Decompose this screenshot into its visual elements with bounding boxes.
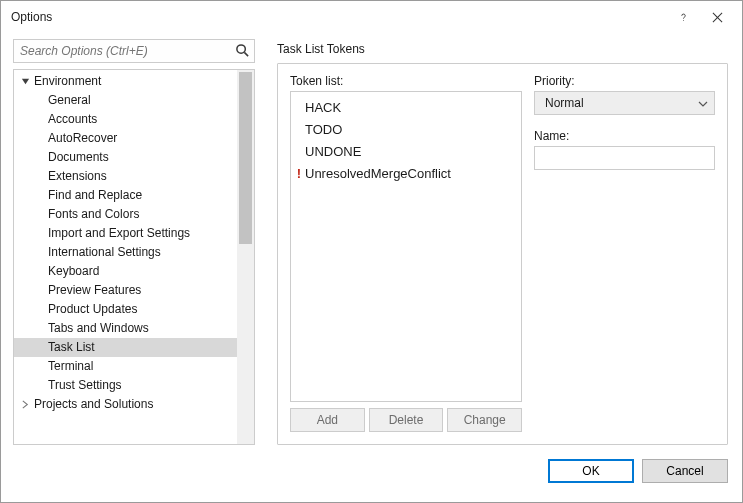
tree-group-label: Projects and Solutions [34,395,153,414]
close-button[interactable] [700,5,734,29]
scrollbar-thumb[interactable] [239,72,252,244]
cancel-button[interactable]: Cancel [642,459,728,483]
tree-item[interactable]: General [14,91,237,110]
tree-item[interactable]: Documents [14,148,237,167]
search-icon [235,43,250,58]
delete-button[interactable]: Delete [369,408,444,432]
help-button[interactable] [666,5,700,29]
token-item[interactable]: HACK [291,96,521,118]
add-button[interactable]: Add [290,408,365,432]
tree-item[interactable]: Task List [14,338,237,357]
scrollbar-track[interactable] [237,70,254,444]
priority-label: Priority: [534,74,715,88]
token-list[interactable]: HACKTODOUNDONE!UnresolvedMergeConflict [290,91,522,402]
name-label: Name: [534,129,715,143]
token-label: TODO [305,122,342,137]
change-button[interactable]: Change [447,408,522,432]
token-label: UnresolvedMergeConflict [305,166,451,181]
name-input[interactable] [534,146,715,170]
priority-icon: ! [293,166,305,181]
collapsed-icon [18,398,32,412]
tree-group[interactable]: Projects and Solutions [14,395,237,414]
tree-group[interactable]: Environment [14,72,237,91]
token-item[interactable]: UNDONE [291,140,521,162]
options-tree: EnvironmentGeneralAccountsAutoRecoverDoc… [13,69,255,445]
main-panel: Task List Tokens Token list: HACKTODOUND… [255,39,728,445]
tree-group-label: Environment [34,72,101,91]
chevron-down-icon [698,99,708,109]
tree-item[interactable]: Extensions [14,167,237,186]
tree-item[interactable]: Accounts [14,110,237,129]
window-title: Options [11,10,52,24]
tree-item[interactable]: Preview Features [14,281,237,300]
priority-value: Normal [545,96,584,110]
token-label: UNDONE [305,144,361,159]
sidebar: EnvironmentGeneralAccountsAutoRecoverDoc… [13,39,255,445]
tree-item[interactable]: Terminal [14,357,237,376]
svg-point-3 [237,45,245,53]
tree-item[interactable]: Product Updates [14,300,237,319]
close-icon [712,12,723,23]
ok-button[interactable]: OK [548,459,634,483]
titlebar: Options [1,1,742,33]
token-item[interactable]: !UnresolvedMergeConflict [291,162,521,184]
dialog-footer: OK Cancel [1,445,742,497]
token-item[interactable]: TODO [291,118,521,140]
tree-item[interactable]: Trust Settings [14,376,237,395]
tree-item[interactable]: Find and Replace [14,186,237,205]
tree-item[interactable]: International Settings [14,243,237,262]
svg-point-0 [683,19,684,20]
help-icon [678,12,689,23]
tree-item[interactable]: Keyboard [14,262,237,281]
panel-title: Task List Tokens [277,39,728,59]
search-input[interactable] [13,39,255,63]
svg-marker-5 [21,79,28,84]
tree-item[interactable]: AutoRecover [14,129,237,148]
svg-line-4 [244,52,248,56]
tree-item[interactable]: Tabs and Windows [14,319,237,338]
token-list-label: Token list: [290,74,522,88]
tree-item[interactable]: Fonts and Colors [14,205,237,224]
tree-item[interactable]: Import and Export Settings [14,224,237,243]
priority-select[interactable]: Normal [534,91,715,115]
expanded-icon [18,75,32,89]
token-label: HACK [305,100,341,115]
